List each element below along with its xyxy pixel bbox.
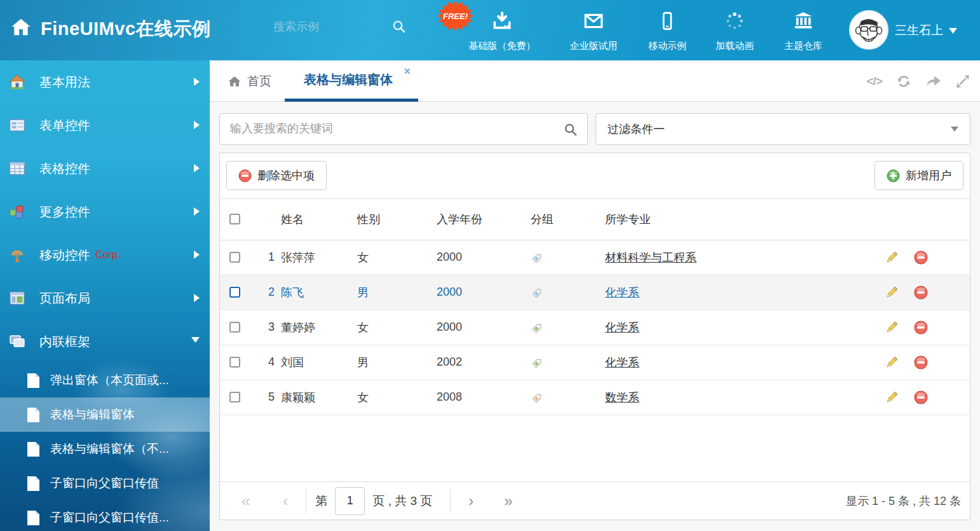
edit-pencil-icon[interactable] [885, 251, 914, 265]
last-page-icon[interactable]: » [504, 492, 512, 510]
user-menu[interactable]: 三生石上 [895, 22, 957, 39]
sidebar-item-label: 表格控件 [39, 160, 90, 177]
sidebar-subitem-popup-window[interactable]: 弹出窗体（本页面或... [0, 363, 210, 397]
nav-enterprise-trial[interactable]: 企业版试用 [558, 10, 629, 52]
sidebar-item-grid-controls[interactable]: 表格控件 [0, 147, 210, 190]
edit-pencil-icon[interactable] [885, 286, 914, 300]
checkbox-cell[interactable] [220, 275, 250, 310]
edit-cell[interactable] [885, 275, 914, 310]
delete-minus-icon[interactable] [914, 355, 970, 369]
sidebar-subitem-label: 弹出窗体（本页面或... [50, 372, 169, 389]
refresh-icon[interactable] [896, 74, 911, 89]
tab-bar: 首页 表格与编辑窗体 × </> [210, 60, 980, 102]
sidebar-item-more-controls[interactable]: 更多控件 [0, 190, 210, 233]
search-icon[interactable] [563, 122, 578, 137]
sidebar-item-mobile-controls[interactable]: 移动控件 Corp. [0, 233, 210, 277]
tab-grid-edit-window[interactable]: 表格与编辑窗体 × [285, 60, 418, 102]
table-row[interactable]: 1张萍萍女2000 材料科学与工程系 [220, 240, 970, 275]
column-header-group[interactable]: 分组 [531, 199, 605, 240]
edit-cell[interactable] [885, 380, 914, 415]
column-header-gender[interactable]: 性别 [357, 199, 437, 240]
sidebar-item-basic-usage[interactable]: 基本用法 [0, 60, 210, 104]
row-checkbox[interactable] [229, 357, 240, 368]
sidebar-subitem-child-to-parent[interactable]: 子窗口向父窗口传值 [0, 466, 210, 500]
sidebar-item-iframe[interactable]: 内联框架 [0, 320, 210, 363]
cell-name: 张萍萍 [281, 240, 357, 275]
first-page-icon[interactable]: « [242, 492, 250, 510]
open-new-window-icon[interactable] [925, 74, 942, 89]
filter-dropdown[interactable]: 过滤条件一 [595, 113, 970, 145]
table-row[interactable]: 2陈飞男2000 化学系 [220, 275, 970, 310]
delete-cell[interactable] [914, 345, 970, 380]
close-icon[interactable]: × [404, 66, 411, 77]
major-link[interactable]: 化学系 [605, 286, 639, 299]
header-search-input[interactable] [273, 20, 378, 34]
checkbox-cell[interactable] [220, 310, 250, 345]
delete-minus-icon[interactable] [914, 286, 970, 300]
edit-pencil-icon[interactable] [885, 321, 914, 334]
delete-minus-icon[interactable] [914, 321, 970, 334]
major-link[interactable]: 数学系 [605, 391, 639, 404]
edit-cell[interactable] [885, 345, 914, 380]
cell-year: 2000 [437, 275, 531, 310]
plus-circle-icon [887, 169, 900, 183]
row-checkbox[interactable] [229, 392, 240, 403]
form-icon [9, 117, 25, 134]
user-name: 三生石上 [895, 22, 943, 39]
edit-pencil-icon[interactable] [885, 390, 914, 404]
sidebar-subitem-grid-edit-window[interactable]: 表格与编辑窗体 [0, 397, 210, 432]
row-checkbox[interactable] [229, 287, 240, 298]
checkbox-cell[interactable] [220, 240, 250, 275]
checkbox-cell[interactable] [220, 380, 250, 415]
column-header-year[interactable]: 入学年份 [437, 199, 531, 240]
delete-minus-icon[interactable] [914, 390, 970, 404]
edit-pencil-icon[interactable] [885, 355, 914, 369]
view-source-icon[interactable]: </> [867, 74, 882, 88]
row-checkbox[interactable] [229, 322, 240, 333]
header-search [273, 20, 407, 34]
pagination-bar: « ‹ 第 页 , 共 3 页 › » 显示 1 - 5 条 , 共 12 条 [220, 481, 970, 520]
sidebar-subitem-grid-edit-window-no[interactable]: 表格与编辑窗体（不... [0, 432, 210, 466]
cell-gender: 女 [357, 240, 437, 275]
page-prefix-label: 第 [315, 493, 327, 509]
delete-cell[interactable] [914, 380, 970, 415]
cell-group [531, 275, 605, 310]
file-icon [27, 510, 40, 526]
select-all-checkbox[interactable] [229, 214, 240, 224]
table-row[interactable]: 3董婷婷女2000 化学系 [220, 310, 970, 345]
nav-loading-animations[interactable]: 加载动画 [703, 10, 766, 52]
next-page-icon[interactable]: › [468, 492, 473, 510]
keyword-search-input[interactable] [220, 114, 538, 143]
add-user-button[interactable]: 新增用户 [875, 161, 963, 190]
home-icon [228, 74, 242, 88]
nav-theme-store[interactable]: 主题仓库 [772, 10, 835, 52]
search-icon[interactable] [391, 19, 407, 34]
major-link[interactable]: 化学系 [605, 321, 639, 334]
fullscreen-icon[interactable] [956, 74, 970, 88]
row-checkbox[interactable] [229, 252, 240, 263]
edit-cell[interactable] [885, 240, 914, 275]
page-number-input[interactable] [335, 487, 365, 515]
major-link[interactable]: 化学系 [605, 356, 639, 369]
user-avatar[interactable] [849, 10, 888, 50]
edit-cell[interactable] [885, 310, 914, 345]
sidebar-item-form-controls[interactable]: 表单控件 [0, 104, 210, 147]
delete-cell[interactable] [914, 310, 970, 345]
column-header-name[interactable]: 姓名 [281, 199, 357, 240]
delete-cell[interactable] [914, 240, 970, 275]
sidebar-item-page-layout[interactable]: 页面布局 [0, 277, 210, 320]
checkbox-cell[interactable] [220, 345, 250, 380]
delete-selected-button[interactable]: 删除选中项 [226, 161, 327, 190]
antenna-icon [9, 247, 25, 263]
prev-page-icon[interactable]: ‹ [283, 492, 288, 510]
delete-cell[interactable] [914, 275, 970, 310]
sidebar-subitem-child-to-parent-2[interactable]: 子窗口向父窗口传值... [0, 500, 210, 531]
delete-minus-icon[interactable] [914, 251, 970, 265]
table-row[interactable]: 5康颖颖女2008 数学系 [220, 380, 970, 415]
nav-mobile-demo[interactable]: 移动示例 [636, 10, 699, 52]
tab-home[interactable]: 首页 [228, 60, 271, 102]
column-header-major[interactable]: 所学专业 [605, 199, 885, 240]
home-logo-icon[interactable] [10, 17, 32, 38]
major-link[interactable]: 材料科学与工程系 [605, 251, 697, 264]
table-row[interactable]: 4刘国男2002 化学系 [220, 345, 970, 380]
